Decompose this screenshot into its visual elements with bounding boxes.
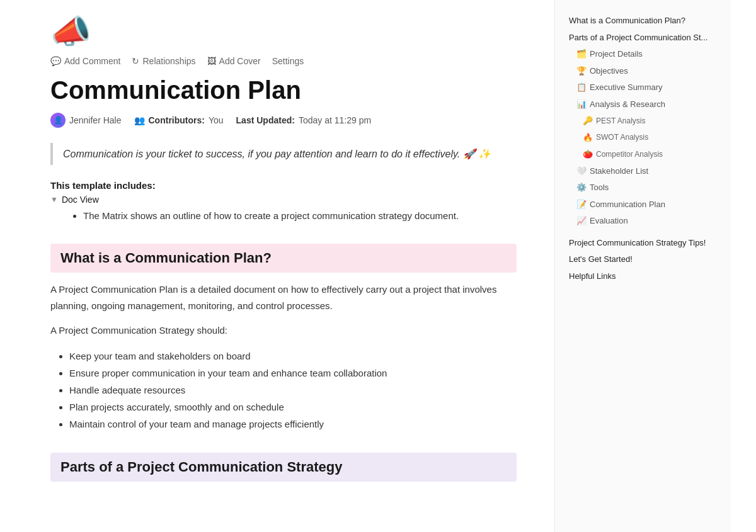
section1-bullet-list: Keep your team and stakeholders on board… xyxy=(69,348,517,433)
toc-emoji: 🏆 xyxy=(576,65,587,77)
template-label: This template includes: xyxy=(50,180,517,191)
toc-label: What is a Communication Plan? xyxy=(569,14,685,27)
relationships-label: Relationships xyxy=(142,56,195,66)
author-item: 👤 Jennifer Hale xyxy=(50,113,122,128)
avatar: 👤 xyxy=(50,113,66,128)
toc-label: SWOT Analysis xyxy=(596,132,648,143)
toc-item-evaluation[interactable]: 📈 Evaluation xyxy=(565,213,721,229)
page-icon: 📣 xyxy=(50,13,517,51)
section1-heading: What is a Communication Plan? xyxy=(50,244,517,273)
toggle-bullet-item: The Matrix shows an outline of how to cr… xyxy=(83,208,517,224)
contributors-icon: 👥 xyxy=(134,115,145,125)
toc-label: Objectives xyxy=(590,65,628,77)
add-comment-button[interactable]: 💬 Add Comment xyxy=(50,56,120,66)
toc-item-parts[interactable]: Parts of a Project Communication St... xyxy=(565,30,721,46)
toc-label: Project Communication Strategy Tips! xyxy=(569,237,706,249)
settings-button[interactable]: Settings xyxy=(272,56,304,66)
toc-label: Executive Summary xyxy=(590,81,663,94)
toggle-arrow-icon: ▼ xyxy=(50,195,58,204)
toc-item-communication-plan[interactable]: 📝 Communication Plan xyxy=(565,196,721,213)
toc-label: Let's Get Started! xyxy=(569,253,633,266)
toc-item-objectives[interactable]: 🏆 Objectives xyxy=(565,63,721,79)
toolbar: 💬 Add Comment ↻ Relationships 🖼 Add Cove… xyxy=(50,56,517,66)
meta-row: 👤 Jennifer Hale 👥 Contributors: You Last… xyxy=(50,113,517,128)
toc-label: Helpful Links xyxy=(569,270,616,283)
toc-item-analysis-research[interactable]: 📊 Analysis & Research xyxy=(565,96,721,113)
toc-emoji: 🔑 xyxy=(583,115,593,127)
author-name: Jennifer Hale xyxy=(69,115,122,125)
toc-item-what-is[interactable]: What is a Communication Plan? xyxy=(565,13,721,29)
toc-emoji: 📋 xyxy=(576,81,587,94)
toc-emoji: 📊 xyxy=(576,98,587,111)
toc-item-executive-summary[interactable]: 📋 Executive Summary xyxy=(565,79,721,96)
toc-item-tips[interactable]: Project Communication Strategy Tips! xyxy=(565,235,721,251)
comment-icon: 💬 xyxy=(50,56,61,66)
contributors-item: 👥 Contributors: You xyxy=(134,115,224,125)
last-updated-item: Last Updated: Today at 11:29 pm xyxy=(236,115,372,125)
toc-item-tools[interactable]: ⚙️ Tools xyxy=(565,179,721,196)
section2-heading: Parts of a Project Communication Strateg… xyxy=(50,453,517,482)
toc-item-stakeholder[interactable]: 🤍 Stakeholder List xyxy=(565,163,721,179)
image-icon: 🖼 xyxy=(207,56,216,66)
toc-label: Evaluation xyxy=(590,215,628,227)
template-section: This template includes: ▼ Doc View The M… xyxy=(50,180,517,224)
list-item: Maintain control of your team and manage… xyxy=(69,416,517,433)
toc-label: Stakeholder List xyxy=(590,165,648,178)
quote-block: Communication is your ticket to success,… xyxy=(50,143,517,165)
contributors-label: Contributors: xyxy=(149,115,205,125)
quote-text: Communication is your ticket to success,… xyxy=(63,149,491,159)
toc-item-swot[interactable]: 🔥 SWOT Analysis xyxy=(565,130,721,146)
toc-emoji: 📈 xyxy=(576,215,587,227)
main-content: 📣 💬 Add Comment ↻ Relationships 🖼 Add Co… xyxy=(0,0,554,532)
toggle-row[interactable]: ▼ Doc View xyxy=(50,195,517,205)
toc-item-project-details[interactable]: 🗂️ Project Details xyxy=(565,46,721,62)
toc-label: PEST Analysis xyxy=(596,115,645,127)
toc-emoji: 🔥 xyxy=(583,132,593,144)
list-item: Ensure proper communication in your team… xyxy=(69,365,517,382)
toc-item-competitor[interactable]: 🍅 Competitor Analysis xyxy=(565,146,721,162)
page-title: Communication Plan xyxy=(50,76,517,104)
add-cover-button[interactable]: 🖼 Add Cover xyxy=(207,56,261,66)
toc-item-get-started[interactable]: Let's Get Started! xyxy=(565,251,721,268)
toc-label: Tools xyxy=(590,181,609,194)
toc-emoji: 📝 xyxy=(576,198,587,211)
list-item: Handle adequate resources xyxy=(69,382,517,399)
last-updated-value: Today at 11:29 pm xyxy=(299,115,371,125)
relationships-icon: ↻ xyxy=(132,56,139,66)
toc-emoji: ⚙️ xyxy=(576,181,587,194)
section1-strategy-label: A Project Communication Strategy should: xyxy=(50,322,517,339)
toc-item-pest[interactable]: 🔑 PEST Analysis xyxy=(565,113,721,129)
toc-label: Communication Plan xyxy=(590,198,665,211)
toc-label: Parts of a Project Communication St... xyxy=(569,31,707,44)
contributors-value: You xyxy=(209,115,224,125)
list-item: Keep your team and stakeholders on board xyxy=(69,348,517,365)
add-cover-label: Add Cover xyxy=(219,56,261,66)
toc-emoji: 🗂️ xyxy=(576,48,587,60)
toggle-label: Doc View xyxy=(62,195,99,205)
toc-label: Project Details xyxy=(590,48,643,60)
relationships-button[interactable]: ↻ Relationships xyxy=(132,56,195,66)
add-comment-label: Add Comment xyxy=(64,56,120,66)
toc-label: Competitor Analysis xyxy=(596,149,663,160)
settings-label: Settings xyxy=(272,56,304,66)
section1-intro: A Project Communication Plan is a detail… xyxy=(50,281,517,314)
toggle-bullet-list: The Matrix shows an outline of how to cr… xyxy=(83,208,517,224)
toc-emoji: 🍅 xyxy=(583,148,593,161)
sidebar-toc: What is a Communication Plan? Parts of a… xyxy=(554,0,731,532)
list-item: Plan projects accurately, smoothly and o… xyxy=(69,399,517,416)
toc-item-helpful-links[interactable]: Helpful Links xyxy=(565,268,721,285)
last-updated-label: Last Updated: xyxy=(236,115,295,125)
toc-label: Analysis & Research xyxy=(590,98,665,111)
toc-emoji: 🤍 xyxy=(576,165,587,178)
